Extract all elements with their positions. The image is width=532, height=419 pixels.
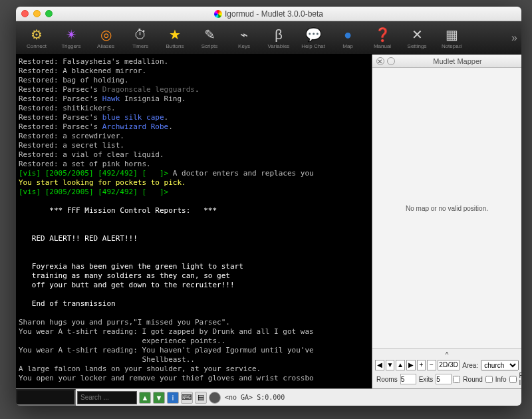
map-icon: ●	[344, 26, 352, 43]
toolbar-help-chat-button[interactable]: 💬Help Chat	[297, 26, 330, 49]
toolbar-manual-button[interactable]: ❓Manual	[366, 26, 399, 49]
toolbar-label: Keys	[238, 43, 250, 49]
toolbar-label: Notepad	[442, 43, 462, 49]
round-label: Round	[463, 376, 482, 383]
nav-up-button[interactable]: ▲	[396, 360, 405, 370]
aliases-icon: ◎	[100, 26, 112, 43]
help-chat-icon: 💬	[305, 26, 322, 43]
mapper-titlebar: ✕ Mudlet Mapper	[372, 55, 521, 68]
toolbar-label: Scripts	[201, 43, 217, 49]
area-label: Area:	[462, 362, 478, 369]
toolbar-label: Settings	[408, 43, 427, 49]
buttons-icon: ★	[169, 26, 181, 43]
exits-spinner[interactable]	[436, 374, 452, 384]
toolbar-label: Triggers	[61, 43, 80, 49]
main-area: Restored: Falsaysheia's medallion. Resto…	[16, 55, 521, 406]
toolbar-scripts-button[interactable]: ✎Scripts	[193, 26, 226, 49]
info-icon[interactable]: i	[167, 392, 179, 404]
toolbar-label: Buttons	[166, 43, 184, 49]
toolbar: ⚙Connect✴Triggers◎Aliases⏱Timers★Buttons…	[16, 21, 521, 55]
settings-icon: ✕	[412, 26, 423, 43]
titlebar: Igormud - Mudlet 3.0.0-beta	[16, 7, 521, 21]
toolbar-notepad-button[interactable]: ▦Notepad	[435, 26, 468, 49]
toolbar-timers-button[interactable]: ⏱Timers	[124, 26, 157, 49]
scripts-icon: ✎	[204, 26, 215, 43]
search-input[interactable]	[77, 391, 137, 404]
zoom-in-button[interactable]: +	[417, 360, 426, 370]
nav-right-button[interactable]: ▶	[406, 360, 416, 370]
mapper-canvas[interactable]: No map or no valid position.	[372, 68, 521, 349]
toolbar-label: Manual	[374, 43, 391, 49]
mapper-title-text: Mudlet Mapper	[398, 57, 517, 65]
record-icon[interactable]	[209, 392, 221, 404]
variables-icon: β	[275, 26, 283, 43]
toolbar-label: Aliases	[97, 43, 114, 49]
exits-label: Exits	[419, 376, 434, 383]
app-window: Igormud - Mudlet 3.0.0-beta ⚙Connect✴Tri…	[16, 7, 521, 406]
status-text: <no GA> S:0.000	[225, 394, 285, 401]
connect-icon: ⚙	[31, 26, 43, 43]
scroll-down-button[interactable]: ▼	[153, 392, 165, 404]
window-title: Igormud - Mudlet 3.0.0-beta	[16, 9, 521, 19]
mapper-close-icon[interactable]: ✕	[376, 57, 384, 65]
round-checkbox[interactable]	[453, 376, 460, 383]
toolbar-map-button[interactable]: ●Map	[331, 26, 364, 49]
toolbar-settings-button[interactable]: ✕Settings	[400, 26, 434, 49]
mapper-empty-text: No map or no valid position.	[406, 205, 488, 212]
area-select[interactable]: church	[481, 360, 519, 370]
info-label: Info	[495, 376, 507, 383]
toolbar-buttons-button[interactable]: ★Buttons	[158, 26, 192, 49]
toolbar-overflow[interactable]: »	[511, 32, 517, 44]
app-icon	[214, 10, 222, 18]
mapper-panel: ✕ Mudlet Mapper No map or no valid posit…	[372, 55, 521, 388]
rooms-spinner[interactable]	[400, 374, 416, 384]
clipboard-icon[interactable]: ▤	[195, 392, 207, 404]
rooms-label: Rooms	[376, 376, 398, 383]
toolbar-label: Map	[342, 43, 353, 49]
toolbar-label: Variables	[268, 43, 290, 49]
toolbar-keys-button[interactable]: ⌁Keys	[227, 26, 261, 49]
mode-toggle-button[interactable]: 2D/3D	[438, 360, 460, 370]
roomid-label: Room ID	[519, 372, 521, 386]
toolbar-label: Help Chat	[301, 43, 325, 49]
info-checkbox[interactable]	[485, 376, 493, 383]
toolbar-label: Connect	[27, 43, 47, 49]
manual-icon: ❓	[374, 26, 391, 43]
keys-icon: ⌁	[240, 26, 248, 43]
window-title-text: Igormud - Mudlet 3.0.0-beta	[225, 9, 323, 19]
notepad-icon: ▦	[446, 26, 458, 43]
roomid-checkbox[interactable]	[509, 376, 517, 383]
nav-left-button[interactable]: ◀	[375, 360, 384, 370]
toolbar-aliases-button[interactable]: ◎Aliases	[89, 26, 122, 49]
caret-up-icon[interactable]: ^	[446, 351, 449, 358]
toolbar-label: Timers	[132, 43, 148, 49]
triggers-icon: ✴	[66, 26, 77, 43]
zoom-out-button[interactable]: −	[427, 360, 436, 370]
keyboard-icon[interactable]: ⌨	[181, 392, 193, 404]
toolbar-variables-button[interactable]: βVariables	[262, 26, 295, 49]
mapper-controls: ^ ◀ ▼ ▲ ▶ + − 2D/3D Area: church Rooms	[372, 349, 521, 388]
mapper-detach-icon[interactable]	[387, 57, 395, 65]
nav-down-button[interactable]: ▼	[386, 360, 395, 370]
scroll-up-button[interactable]: ▲	[139, 392, 151, 404]
toolbar-triggers-button[interactable]: ✴Triggers	[55, 26, 88, 49]
toolbar-connect-button[interactable]: ⚙Connect	[20, 26, 53, 49]
command-bar: ▲ ▼ i ⌨ ▤ <no GA> S:0.000	[16, 388, 521, 406]
timers-icon: ⏱	[134, 26, 147, 43]
command-input[interactable]	[16, 389, 76, 406]
